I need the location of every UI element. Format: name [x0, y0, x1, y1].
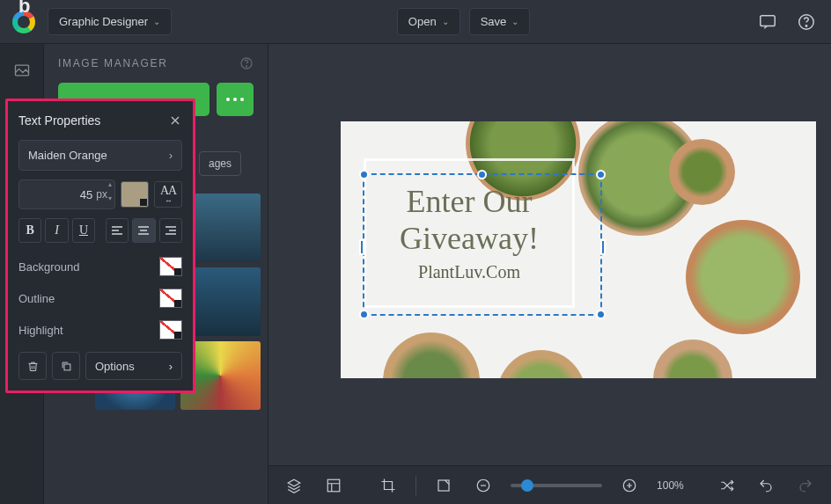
chevron-right-icon: › [169, 150, 173, 162]
align-center-button[interactable] [132, 218, 155, 243]
svg-point-2 [805, 25, 806, 26]
slider-thumb[interactable] [521, 479, 533, 492]
align-left-button[interactable] [106, 218, 129, 243]
expand-icon[interactable] [432, 473, 455, 498]
increment-icon[interactable]: ▴ [104, 180, 116, 194]
outline-color-swatch[interactable] [159, 289, 182, 308]
redo-icon[interactable] [794, 473, 817, 498]
help-icon[interactable] [794, 10, 819, 34]
sidebar-title: IMAGE MANAGER [58, 57, 168, 69]
resize-handle[interactable] [359, 239, 364, 255]
text-color-swatch[interactable] [121, 181, 149, 208]
font-family-dropdown[interactable]: Maiden Orange › [18, 140, 182, 171]
resize-handle[interactable] [596, 310, 606, 319]
font-size-input[interactable]: 45 px ▴▾ [18, 179, 115, 209]
more-actions-button[interactable] [217, 83, 254, 116]
zoom-value: 100% [657, 479, 684, 492]
delete-button[interactable] [18, 352, 47, 380]
undo-icon[interactable] [754, 473, 777, 498]
decrement-icon[interactable]: ▾ [104, 194, 116, 208]
outline-label: Outline [18, 292, 55, 305]
mode-dropdown[interactable]: Graphic Designer ⌄ [48, 8, 172, 35]
svg-rect-8 [64, 364, 70, 370]
resize-handle[interactable] [359, 170, 369, 179]
bold-button[interactable]: B [18, 218, 41, 243]
open-button[interactable]: Open ⌄ [397, 8, 460, 35]
stock-images-tab[interactable]: ages [199, 151, 241, 176]
bottom-bar: 100% [268, 465, 831, 504]
resize-handle[interactable] [596, 170, 606, 179]
chevron-down-icon: ⌄ [153, 17, 160, 26]
plant-image [497, 350, 585, 378]
plant-image [686, 220, 800, 334]
background-label: Background [18, 260, 79, 274]
plant-image [383, 332, 480, 378]
plant-image [669, 139, 735, 205]
italic-button[interactable]: I [45, 218, 68, 243]
selection-box[interactable] [363, 173, 602, 316]
shuffle-icon[interactable] [716, 473, 739, 498]
zoom-slider[interactable] [511, 484, 602, 487]
text-properties-panel: Text Properties Maiden Orange › 45 px ▴▾… [5, 99, 195, 393]
text-element[interactable]: Enter OurGiveaway! PlantLuv.Com [364, 158, 575, 308]
zoom-in-icon[interactable] [618, 473, 641, 498]
highlight-color-swatch[interactable] [159, 320, 182, 340]
highlight-label: Highlight [18, 324, 63, 337]
letter-spacing-button[interactable]: AA↔ [154, 181, 182, 208]
zoom-out-icon[interactable] [472, 473, 495, 498]
save-button[interactable]: Save ⌄ [469, 8, 531, 35]
canvas-area[interactable]: Enter OurGiveaway! PlantLuv.Com [268, 44, 831, 504]
image-tool-icon[interactable] [10, 58, 34, 83]
chevron-down-icon: ⌄ [442, 17, 449, 26]
crop-icon[interactable] [377, 473, 400, 498]
background-color-swatch[interactable] [159, 257, 182, 276]
info-icon[interactable] [239, 56, 254, 70]
artboard[interactable]: Enter OurGiveaway! PlantLuv.Com [341, 121, 816, 378]
layout-icon[interactable] [321, 473, 344, 498]
mode-label: Graphic Designer [59, 15, 148, 28]
underline-button[interactable]: U [72, 218, 95, 243]
align-right-button[interactable] [159, 218, 182, 243]
chevron-right-icon: › [169, 360, 173, 373]
top-bar: b Graphic Designer ⌄ Open ⌄ Save ⌄ [0, 0, 831, 44]
svg-rect-9 [327, 479, 340, 492]
panel-title: Text Properties [18, 113, 100, 128]
svg-rect-0 [761, 15, 776, 26]
chat-icon[interactable] [755, 10, 780, 34]
options-button[interactable]: Options › [85, 352, 182, 380]
close-icon[interactable] [168, 113, 182, 128]
app-logo: b [12, 11, 48, 33]
duplicate-button[interactable] [52, 352, 80, 380]
resize-handle[interactable] [600, 239, 606, 255]
resize-handle[interactable] [359, 310, 369, 319]
svg-rect-10 [438, 480, 449, 491]
main-area: IMAGE MANAGER ages Text Properties [0, 44, 831, 504]
resize-handle[interactable] [477, 170, 487, 179]
layers-icon[interactable] [283, 473, 305, 498]
chevron-down-icon: ⌄ [511, 17, 518, 26]
svg-point-7 [246, 66, 246, 67]
plant-image [653, 340, 732, 378]
